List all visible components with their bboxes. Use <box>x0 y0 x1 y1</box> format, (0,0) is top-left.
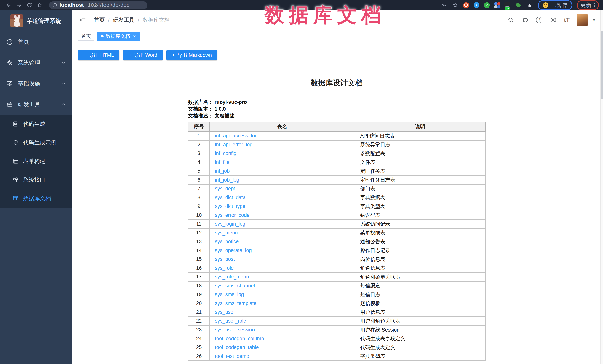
browser-reload-button[interactable] <box>24 1 35 9</box>
table-name-link[interactable]: tool_test_demo <box>215 353 249 359</box>
sidebar-item-home[interactable]: 首页 <box>0 32 72 52</box>
extension-icon-green-check[interactable] <box>484 2 490 8</box>
help-icon[interactable]: ? <box>536 17 543 23</box>
active-dot-icon <box>101 35 104 37</box>
table-name-link[interactable]: sys_sms_log <box>215 292 244 297</box>
page-scrollbar[interactable] <box>600 10 603 364</box>
avatar-caret-icon[interactable]: ▾ <box>593 17 595 23</box>
table-desc: 通知公告表 <box>355 237 485 246</box>
sidebar-item-label: 研发工具 <box>18 101 40 108</box>
table-name-link[interactable]: inf_job <box>215 168 230 174</box>
sidebar-item-form-builder[interactable]: 表单构建 <box>0 152 72 170</box>
browser-forward-button[interactable] <box>14 1 24 9</box>
export-button[interactable]: + 导出 HTML <box>78 50 119 60</box>
table-name-link[interactable]: sys_user_role <box>215 318 246 324</box>
fullscreen-icon[interactable] <box>549 16 557 24</box>
table-name-link[interactable]: sys_dict_type <box>215 203 245 209</box>
browser-home-button[interactable] <box>35 1 45 9</box>
sidebar-item-codegen[interactable]: 代码生成 <box>0 115 72 133</box>
sidebar-item-db-doc[interactable]: 数据库文档 <box>0 189 72 208</box>
export-button-label: 导出 Word <box>134 52 157 58</box>
paused-extension-annotation[interactable]: 已暂停 <box>538 0 572 10</box>
table-desc: 代码生成表字段定义 <box>355 334 485 343</box>
extension-icon-leaf[interactable] <box>515 2 522 9</box>
monitor-check-icon <box>6 80 13 87</box>
row-number: 1 <box>188 132 209 140</box>
table-name-link[interactable]: sys_sms_template <box>215 300 256 306</box>
table-row: 1 inf_api_access_log API 访问日志表 <box>188 132 485 140</box>
db-doc: 数据库设计文档 数据库名： ruoyi-vue-pro 文档版本： 1.0.0 … <box>188 78 485 361</box>
sidebar-item-api[interactable]: 系统接口 <box>0 170 72 189</box>
table-name-link[interactable]: sys_dict_data <box>215 195 246 200</box>
export-button[interactable]: + 导出 Markdown <box>166 50 217 60</box>
table-name-link[interactable]: sys_error_code <box>215 212 249 218</box>
table-row: 11 sys_login_log 系统访问记录 <box>188 220 485 229</box>
table-name-link[interactable]: inf_file <box>215 159 229 165</box>
export-button[interactable]: + 导出 Word <box>123 50 163 60</box>
sidebar-item-infra[interactable]: 基础设施 <box>0 73 72 94</box>
table-row: 24 tool_codegen_column 代码生成表字段定义 <box>188 334 485 343</box>
sidebar-item-codegen-demo[interactable]: 代码生成示例 <box>0 133 72 152</box>
extension-icon-grid[interactable] <box>494 2 500 8</box>
table-name-link[interactable]: sys_sms_channel <box>215 283 255 288</box>
table-name-link[interactable]: tool_codegen_column <box>215 336 264 341</box>
plus-icon: + <box>172 52 175 58</box>
table-name-link[interactable]: sys_operate_log <box>215 248 252 253</box>
table-row: 12 sys_menu 菜单权限表 <box>188 229 485 237</box>
table-name-link[interactable]: inf_job_log <box>215 177 239 183</box>
breadcrumb-separator: / <box>108 17 110 23</box>
row-number: 18 <box>188 281 209 290</box>
browser-menu-icon[interactable] <box>594 3 595 7</box>
table-name-link[interactable]: sys_login_log <box>215 221 245 227</box>
tag-home[interactable]: 首页 <box>78 32 94 41</box>
table-name-link[interactable]: inf_config <box>215 151 236 156</box>
close-icon[interactable]: × <box>133 34 136 39</box>
extension-icon-red[interactable] <box>463 2 469 8</box>
tags-bar: 首页 数据库文档 × <box>72 30 603 43</box>
page-content: + 导出 HTML + 导出 Word + 导出 Markdown 数据库设计文… <box>72 44 603 364</box>
scrollbar-thumb[interactable] <box>601 31 603 99</box>
table-name-link[interactable]: sys_notice <box>215 239 239 244</box>
sidebar-item-system[interactable]: 系统管理 <box>0 52 72 73</box>
sidebar-fold-button[interactable] <box>78 15 87 25</box>
table-name-link[interactable]: sys_user <box>215 309 235 315</box>
breadcrumb-home[interactable]: 首页 <box>94 16 105 24</box>
password-key-icon[interactable] <box>440 2 447 9</box>
table-name-link[interactable]: sys_post <box>215 256 235 262</box>
sidebar-item-devtools[interactable]: 研发工具 <box>0 94 72 115</box>
table-name-link[interactable]: sys_menu <box>215 230 238 236</box>
extension-icon-blue[interactable] <box>474 2 479 8</box>
font-size-icon[interactable]: tT <box>564 17 570 23</box>
user-avatar[interactable] <box>577 14 588 26</box>
table-row: 5 inf_job 定时任务表 <box>188 167 485 176</box>
row-number: 15 <box>188 255 209 264</box>
update-chip-annotation[interactable]: 更新 <box>577 0 599 10</box>
table-name-link[interactable]: sys_dept <box>215 186 235 191</box>
doc-meta-line: 数据库名： ruoyi-vue-pro <box>188 99 485 106</box>
table-name-link[interactable]: sys_user_session <box>215 327 255 332</box>
plus-icon: + <box>128 52 132 58</box>
search-icon[interactable] <box>507 16 515 24</box>
browser-back-button[interactable] <box>3 1 14 9</box>
table-row: 13 sys_notice 通知公告表 <box>188 237 485 246</box>
address-bar[interactable]: localhost:1024/tool/db-doc <box>49 1 148 9</box>
app-logo[interactable]: 芋道管理系统 <box>0 10 72 32</box>
toolbox-icon <box>6 101 13 108</box>
row-number: 4 <box>188 158 209 167</box>
extensions-puzzle-icon[interactable] <box>526 2 533 9</box>
sidebar-menu: 首页 系统管理 基础设施 研发工具 <box>0 32 72 208</box>
table-icon <box>13 195 19 201</box>
col-header-num: 序号 <box>188 122 209 132</box>
table-name-link[interactable]: sys_role <box>215 265 234 271</box>
table-name-link[interactable]: inf_api_error_log <box>215 142 253 147</box>
breadcrumb-devtools[interactable]: 研发工具 <box>113 16 135 24</box>
col-header-name: 表名 <box>209 122 355 132</box>
extension-icon-tampermonkey[interactable]: on <box>504 2 510 8</box>
table-name-link[interactable]: tool_codegen_table <box>215 344 259 350</box>
tag-db-doc[interactable]: 数据库文档 × <box>97 32 139 41</box>
bookmark-star-icon[interactable] <box>452 2 459 9</box>
github-icon[interactable] <box>522 16 529 24</box>
table-desc: 定时任务日志表 <box>355 176 485 185</box>
table-name-link[interactable]: sys_role_menu <box>215 274 249 280</box>
table-name-link[interactable]: inf_api_access_log <box>215 133 258 138</box>
